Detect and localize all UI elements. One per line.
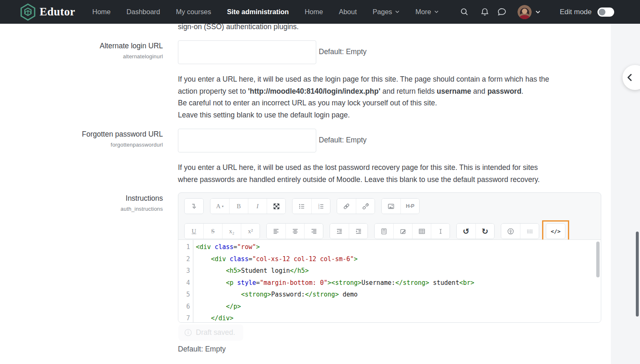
edit-mode-toggle[interactable] — [598, 7, 614, 17]
text-cursor-button[interactable] — [431, 224, 450, 239]
screen: Edutor HomeDashboardMy coursesSite admin… — [0, 0, 640, 364]
subscript-button[interactable]: x₂ — [222, 224, 241, 239]
nav-item-about[interactable]: About — [339, 8, 357, 16]
default-note: Default: Empty — [319, 136, 367, 145]
line-number: 4 — [178, 277, 190, 289]
brand-logo[interactable]: Edutor — [20, 3, 75, 21]
accessibility-checker-button[interactable] — [501, 224, 520, 239]
code-content: <div class="row"> <div class="col-xs-12 … — [193, 240, 601, 322]
brand-name: Edutor — [40, 5, 75, 18]
nav-item-more[interactable]: More — [415, 8, 439, 16]
italic-icon: I — [257, 203, 259, 209]
undo-button[interactable]: ↺ — [457, 224, 475, 239]
outdent-button[interactable] — [330, 224, 349, 239]
setting-label-forgottenpasswordurl: Forgotten password URL forgottenpassword… — [0, 130, 163, 148]
strikethrough-button[interactable]: S — [203, 224, 222, 239]
page-scrollbar-thumb[interactable] — [636, 232, 639, 317]
toolbar-group — [374, 223, 450, 239]
user-avatar[interactable] — [518, 5, 532, 19]
screenreader-helper-button[interactable] — [520, 224, 539, 239]
toolbar-group — [501, 223, 539, 239]
primary-nav: HomeDashboardMy coursesSite administrati… — [92, 8, 439, 16]
top-navbar: Edutor HomeDashboardMy coursesSite admin… — [0, 0, 640, 24]
line-number: 5 — [178, 289, 190, 301]
toolbar-group — [266, 223, 323, 239]
indent-icon — [355, 228, 362, 235]
edit-square-button[interactable] — [393, 224, 412, 239]
table-button[interactable] — [412, 224, 431, 239]
toolbar-group: USx₂x² — [184, 223, 260, 239]
notifications-button[interactable] — [480, 7, 489, 16]
default-note: Default: Empty — [319, 47, 367, 56]
nav-item-label: Home — [305, 8, 323, 16]
collapse-arrow-icon — [190, 203, 198, 210]
indent-button[interactable] — [349, 224, 368, 239]
chevron-down-icon — [434, 10, 439, 13]
h5p-button[interactable]: H-P — [400, 199, 419, 214]
nav-item-site-administration[interactable]: Site administration — [227, 8, 289, 16]
alternate-login-url-input[interactable] — [178, 40, 316, 64]
toolbar-group — [337, 198, 375, 214]
html-code-button[interactable]: </> — [546, 224, 565, 239]
toggle-knob — [599, 9, 605, 15]
underline-icon: U — [192, 228, 196, 234]
bold-button[interactable]: B — [229, 199, 248, 214]
line-number: 7 — [178, 312, 190, 323]
nav-item-label: Pages — [372, 8, 392, 16]
text-cursor-icon — [437, 228, 444, 235]
align-right-button[interactable] — [304, 224, 323, 239]
equation-button[interactable] — [375, 224, 393, 239]
unordered-list-button[interactable] — [292, 199, 311, 214]
font-family-icon: A▾ — [216, 203, 224, 209]
code-line: </p> — [196, 301, 601, 313]
user-menu-caret[interactable] — [535, 10, 540, 14]
subscript-icon: x₂ — [229, 228, 235, 234]
nav-item-home[interactable]: Home — [92, 8, 111, 16]
equation-icon — [380, 228, 388, 235]
link-button[interactable] — [337, 199, 356, 214]
line-number: 3 — [178, 265, 190, 277]
setting-label-auth-instructions: Instructions auth_instructions — [0, 194, 163, 212]
align-center-button[interactable] — [285, 224, 304, 239]
line-number: 6 — [178, 301, 190, 313]
collapse-arrow-button[interactable] — [185, 199, 203, 214]
default-note: Default: Empty — [178, 345, 226, 354]
draft-saved-toast: Draft saved. — [178, 324, 243, 341]
align-left-button[interactable] — [267, 224, 285, 239]
bold-icon: B — [237, 203, 241, 209]
font-family-button[interactable]: A▾ — [210, 199, 229, 214]
nav-item-my-courses[interactable]: My courses — [176, 8, 211, 16]
undo-icon: ↺ — [463, 227, 470, 235]
nav-item-pages[interactable]: Pages — [372, 8, 400, 16]
setting-description: If you enter a URL here, it will be used… — [178, 162, 601, 185]
unlink-icon — [362, 203, 369, 210]
annotation-highlight-box: </> — [542, 220, 569, 242]
toolbar-group: ↺↻ — [456, 223, 495, 239]
underline-button[interactable]: U — [185, 224, 203, 239]
search-button[interactable] — [460, 7, 469, 16]
nav-item-dashboard[interactable]: Dashboard — [127, 8, 160, 16]
align-left-icon — [272, 228, 280, 235]
ordered-list-button[interactable]: 123 — [311, 199, 330, 214]
nav-item-label: My courses — [176, 8, 211, 16]
svg-text:3: 3 — [318, 207, 319, 209]
code-line: <strong>Password:</strong> demo — [196, 289, 601, 301]
forgotten-password-url-input[interactable] — [178, 129, 316, 152]
link-icon — [343, 203, 350, 210]
unlink-button[interactable] — [356, 199, 375, 214]
line-number: 2 — [178, 253, 190, 265]
italic-button[interactable]: I — [248, 199, 267, 214]
edutor-logo-icon — [20, 3, 36, 21]
image-button[interactable] — [382, 199, 400, 214]
code-editor[interactable]: 1234567 <div class="row"> <div class="co… — [178, 239, 601, 322]
redo-button[interactable]: ↻ — [475, 224, 494, 239]
unordered-list-icon — [298, 203, 305, 210]
expand-arrows-button[interactable] — [267, 199, 285, 214]
editor-scrollbar-thumb[interactable] — [596, 242, 600, 277]
superscript-button[interactable]: x² — [241, 224, 260, 239]
align-right-icon — [310, 228, 318, 235]
nav-item-home[interactable]: Home — [305, 8, 323, 16]
code-line: <div class="row"> — [196, 241, 601, 253]
messages-button[interactable] — [497, 7, 507, 16]
setting-description: If you enter a URL here, it will be used… — [178, 73, 601, 121]
